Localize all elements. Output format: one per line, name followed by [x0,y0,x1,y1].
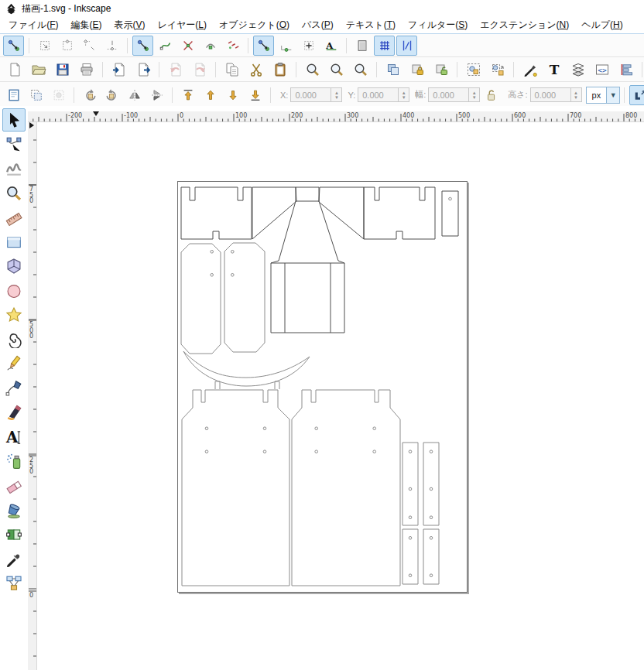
ungroup-button[interactable] [486,59,509,80]
open-document-button[interactable] [27,59,50,80]
right-wing[interactable] [319,187,364,239]
star-tool-button[interactable] [2,303,26,326]
snap-paths-button[interactable] [155,36,176,56]
node-tool-button[interactable] [2,133,26,156]
cut-hole[interactable] [409,574,412,577]
fill-stroke-dialog-button[interactable] [519,59,541,80]
y-field[interactable]: 0.000▲▼ [358,87,409,102]
y-field-spinner[interactable]: ▲▼ [398,87,409,102]
connector-tool-button[interactable] [2,572,26,595]
snap-midpoints-button[interactable] [276,36,296,56]
snap-guides-button[interactable] [396,36,417,56]
cut-hole[interactable] [315,450,318,453]
menu-e[interactable]: 編集(E) [64,17,108,33]
cut-hole[interactable] [409,487,412,491]
width-field[interactable]: 0.000▲▼ [428,87,480,102]
snap-grid-button[interactable] [374,36,395,56]
cut-hole[interactable] [211,274,214,277]
x-field-spinner[interactable]: ▲▼ [331,87,342,102]
snap-text-baselines-button[interactable]: A [320,36,341,56]
zoom-tool-button[interactable] [2,182,26,205]
crescent[interactable] [183,351,310,386]
height-field-spinner[interactable]: ▲▼ [570,87,582,102]
deselect-button[interactable] [48,85,69,105]
snap-page-border-button[interactable] [351,36,372,56]
left-wing[interactable] [252,187,296,239]
calligraphy-tool-button[interactable] [2,401,26,424]
rotate-cw-button[interactable] [101,85,122,105]
raise-to-top-button[interactable] [177,85,198,105]
document-page[interactable] [177,181,468,593]
cut-hole[interactable] [231,251,235,254]
align-dialog-button[interactable] [615,59,637,80]
raise-button[interactable] [200,85,221,105]
save-document-button[interactable] [51,59,74,80]
snap-bbox-edges-button[interactable] [57,36,77,56]
bucket-tool-button[interactable] [2,498,26,521]
layers-dialog-button[interactable] [567,59,589,80]
cut-hole[interactable] [373,427,376,430]
snap-bbox-midpoints-button[interactable] [101,36,122,56]
cut-hole[interactable] [409,516,412,519]
cut-hole[interactable] [231,274,235,277]
flip-horizontal-button[interactable] [124,85,145,105]
spiral-tool-button[interactable] [2,328,26,351]
cut-hole[interactable] [205,427,208,430]
spray-tool-button[interactable] [2,450,26,473]
snap-bbox-corners-button[interactable] [79,36,100,56]
menu-l[interactable]: レイヤー(L) [152,17,214,33]
measure-tool-button[interactable] [2,206,26,229]
scale-stroke-toggle-button[interactable] [629,85,644,105]
cut-hole[interactable] [449,197,452,200]
redo-button[interactable] [188,59,211,80]
import-button[interactable] [108,59,130,80]
menu-v[interactable]: 表示(V) [108,17,151,33]
copy-button[interactable] [221,59,243,80]
lower-button[interactable] [222,85,243,105]
cut-hole[interactable] [263,450,266,453]
group-button[interactable] [462,59,485,80]
top-left-panel[interactable] [181,187,252,239]
menu-n[interactable]: エクステンション(N) [474,17,575,33]
snap-path-intersections-button[interactable] [177,36,198,56]
unit-select[interactable]: px▼ [586,87,621,104]
text-dialog-button[interactable]: T [543,59,565,80]
paste-button[interactable] [269,59,291,80]
select-all-button[interactable] [3,85,24,105]
crescent-tabs[interactable] [215,381,279,389]
undo-button[interactable] [164,59,187,80]
ellipse-tool-button[interactable] [2,279,26,303]
duplicate-button[interactable] [382,59,404,80]
width-field-spinner[interactable]: ▲▼ [468,87,480,102]
pen-tool-button[interactable] [2,377,26,400]
create-clone-button[interactable] [406,59,428,80]
rectangle-tool-button[interactable] [2,231,26,254]
strip-4[interactable] [423,529,439,584]
side-panel-left[interactable] [181,244,221,354]
flip-vertical-button[interactable] [146,85,167,105]
selector-tool-button[interactable] [2,108,26,132]
snap-others-button[interactable] [253,36,274,56]
cut-hole[interactable] [315,427,318,430]
cut-hole[interactable] [373,450,376,453]
cut-hole[interactable] [263,427,266,430]
top-right-panel[interactable] [364,187,435,239]
export-button[interactable] [132,59,154,80]
snap-cusp-nodes-button[interactable] [200,36,221,56]
snap-bbox-button[interactable] [34,36,55,56]
snap-object-centers-button[interactable] [298,36,319,56]
canvas[interactable] [37,122,644,670]
menu-f[interactable]: ファイル(F) [2,17,64,33]
menu-p[interactable]: パス(P) [296,17,340,33]
zoom-drawing-button[interactable] [325,59,348,80]
unlink-clone-button[interactable] [430,59,452,80]
menu-t[interactable]: テキスト(T) [340,17,402,33]
lock-aspect-button[interactable] [481,85,502,105]
horizontal-ruler[interactable]: -200-1000100200300400500600700800 [28,111,644,122]
menu-o[interactable]: オブジェクト(O) [213,17,296,33]
cut-hole[interactable] [409,537,412,540]
cut-hole[interactable] [430,487,433,491]
rotate-ccw-button[interactable] [79,85,100,105]
cut-hole[interactable] [430,574,433,577]
side-panel-right[interactable] [224,243,265,352]
